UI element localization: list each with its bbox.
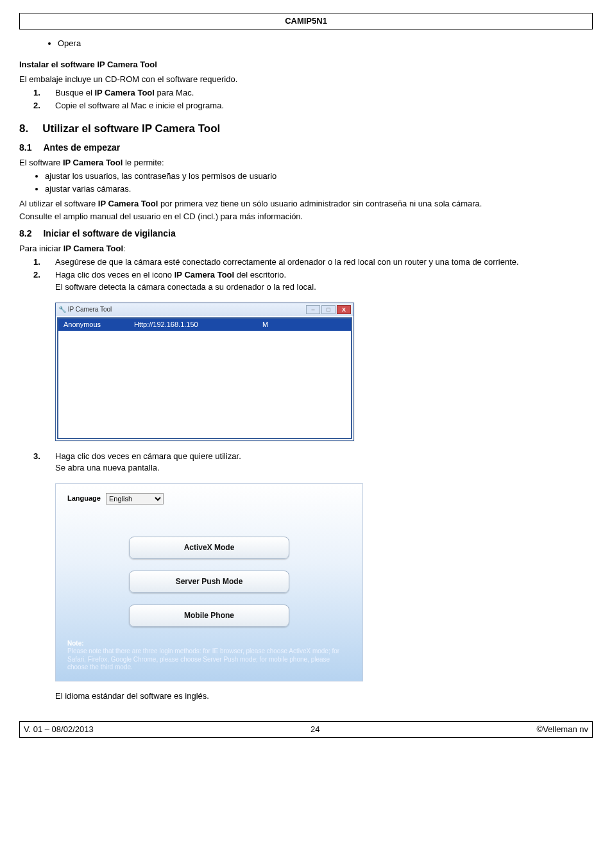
window-buttons: – □ X	[306, 305, 351, 314]
camera-row[interactable]: Anonymous Http://192.168.1.150 M	[58, 319, 351, 331]
section-8-heading: 8. Utilizar el software IP Camera Tool	[19, 121, 593, 137]
sec82-line1: Para iniciar IP Camera Tool:	[19, 243, 593, 255]
subsection-title: Iniciar el software de vigilancia	[43, 228, 175, 240]
step-number: 2.	[33, 269, 46, 292]
page-footer: V. 01 – 08/02/2013 24 ©Velleman nv	[19, 721, 593, 738]
window-body: Anonymous Http://192.168.1.150 M	[57, 317, 352, 439]
list-item: ajustar los usuarios, las contraseñas y …	[45, 170, 593, 183]
footer-left: V. 01 – 08/02/2013	[24, 724, 94, 735]
list-item: 3. Haga clic dos veces en cámara que qui…	[33, 450, 593, 474]
camera-name: Anonymous	[64, 320, 134, 330]
list-item: 1. Asegúrese de que la cámara esté conec…	[33, 256, 593, 269]
section-8-1-heading: 8.1 Antes de empezar	[19, 142, 593, 154]
list-item: 2. Haga clic dos veces en el icono IP Ca…	[33, 269, 593, 293]
step-number: 3.	[33, 451, 46, 474]
language-row: Language English	[67, 493, 351, 505]
step-text: Haga clic dos veces en cámara que quiere…	[55, 451, 241, 474]
window-frame: 🔧 IP Camera Tool – □ X Anonymous Http://…	[55, 303, 354, 441]
list-item: 1. Busque el IP Camera Tool para Mac.	[33, 87, 593, 99]
ip-camera-tool-window: 🔧 IP Camera Tool – □ X Anonymous Http://…	[55, 303, 593, 441]
section-title: Utilizar el software IP Camera Tool	[42, 121, 220, 137]
section-number: 8.	[19, 121, 28, 137]
page-header: CAMIP5N1	[19, 13, 593, 29]
window-titlebar: 🔧 IP Camera Tool – □ X	[56, 303, 353, 316]
login-note: Note: Please note that there are three l…	[67, 640, 351, 672]
sec81-line1: El software IP Camera Tool le permite:	[19, 157, 593, 169]
camera-url: Http://192.168.1.150	[134, 320, 262, 330]
browser-list: Opera	[58, 37, 593, 50]
list-item: 2. Copie el software al Mac e inicie el …	[33, 99, 593, 112]
window-title: 🔧 IP Camera Tool	[58, 305, 112, 314]
header-title: CAMIP5N1	[285, 16, 327, 26]
language-label: Language	[67, 494, 101, 503]
step-text: Copie el software al Mac e inicie el pro…	[55, 100, 224, 112]
list-item: ajustar varias cámaras.	[45, 183, 593, 196]
close-button[interactable]: X	[337, 305, 351, 314]
language-select[interactable]: English	[106, 493, 164, 505]
mobile-phone-button[interactable]: Mobile Phone	[129, 605, 289, 627]
section-8-2-heading: 8.2 Iniciar el software de vigilancia	[19, 228, 593, 240]
sec81-p2: Al utilizar el software IP Camera Tool p…	[19, 198, 593, 210]
step-number: 1.	[33, 256, 46, 268]
list-item-text: Opera	[58, 38, 81, 48]
login-panel: Language English ActiveX Mode Server Pus…	[55, 483, 593, 681]
step-text: Haga clic dos veces en el icono IP Camer…	[55, 269, 316, 292]
subsection-number: 8.1	[19, 142, 31, 154]
login-panel-frame: Language English ActiveX Mode Server Pus…	[55, 483, 363, 681]
install-intro: El embalaje incluye un CD-ROM con el sof…	[19, 74, 593, 85]
step-number: 1.	[33, 87, 46, 99]
footer-center: 24	[310, 724, 319, 735]
minimize-button[interactable]: –	[306, 305, 320, 314]
install-heading: Instalar el software IP Camera Tool	[19, 59, 593, 71]
camera-flag: M	[262, 320, 282, 330]
step-number: 2.	[33, 100, 46, 112]
subsection-number: 8.2	[19, 228, 31, 240]
step-text: Busque el IP Camera Tool para Mac.	[55, 87, 194, 99]
activex-mode-button[interactable]: ActiveX Mode	[129, 537, 289, 559]
sec81-bullets: ajustar los usuarios, las contraseñas y …	[45, 170, 593, 196]
server-push-mode-button[interactable]: Server Push Mode	[129, 571, 289, 593]
note-label: Note:	[67, 640, 84, 647]
sec81-p3: Consulte el amplio manual del usuario en…	[19, 211, 593, 222]
install-steps: 1. Busque el IP Camera Tool para Mac. 2.…	[33, 87, 593, 112]
sec82-steps: 1. Asegúrese de que la cámara esté conec…	[33, 256, 593, 294]
maximize-button[interactable]: □	[321, 305, 336, 314]
footer-right: ©Velleman nv	[537, 724, 588, 735]
step-text: Asegúrese de que la cámara esté conectad…	[55, 256, 519, 268]
after-panel-text: El idioma estándar del software es inglé…	[55, 690, 593, 702]
sec82-steps-3: 3. Haga clic dos veces en cámara que qui…	[33, 450, 593, 474]
list-item: Opera	[58, 37, 593, 50]
subsection-title: Antes de empezar	[43, 142, 120, 154]
note-text: Please note that there are three login m…	[67, 647, 339, 671]
